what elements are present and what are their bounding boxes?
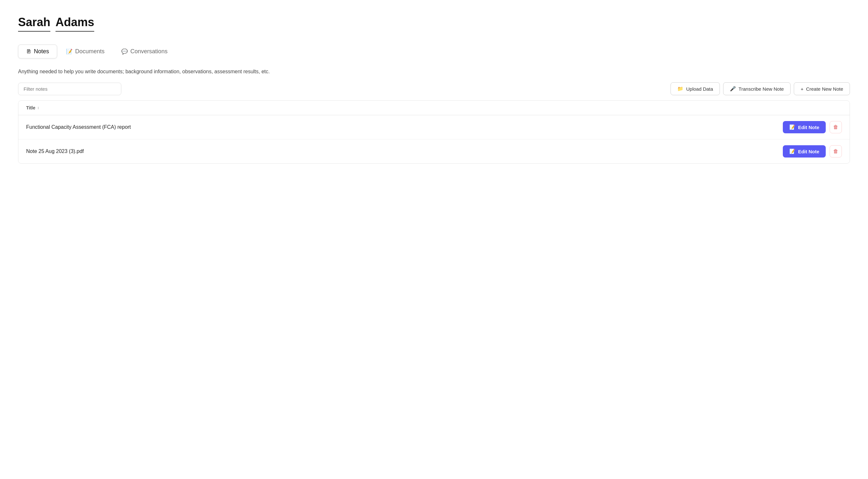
microphone-icon: 🎤: [730, 86, 736, 92]
upload-icon: 📁: [677, 86, 683, 92]
notes-table: Title ↕ Functional Capacity Assessment (…: [18, 100, 850, 163]
tab-notes[interactable]: 🖹 Notes: [18, 44, 57, 58]
delete-note-button-2[interactable]: 🗑: [830, 145, 842, 157]
notes-tab-icon: 🖹: [26, 49, 31, 55]
row-title: Note 25 Aug 2023 (3).pdf: [26, 148, 783, 154]
row-title: Functional Capacity Assessment (FCA) rep…: [26, 124, 783, 130]
create-note-button[interactable]: + Create New Note: [794, 82, 850, 95]
filter-input[interactable]: [18, 83, 121, 95]
toolbar: 📁 Upload Data 🎤 Transcribe New Note + Cr…: [18, 82, 850, 95]
table-row: Functional Capacity Assessment (FCA) rep…: [19, 115, 849, 140]
page-header: Sarah Adams: [18, 16, 850, 32]
edit-label-2: Edit Note: [798, 149, 819, 154]
title-column-header: Title ↕: [26, 105, 39, 110]
row-actions: 📝 Edit Note 🗑: [783, 121, 842, 133]
conversations-tab-label: Conversations: [130, 48, 167, 55]
tabs-row: 🖹 Notes 📝 Documents 💬 Conversations: [18, 44, 850, 58]
title-label: Title: [26, 105, 35, 110]
documents-tab-icon: 📝: [66, 49, 72, 55]
notes-tab-label: Notes: [34, 48, 49, 55]
table-header-row: Title ↕: [19, 101, 849, 115]
row-actions: 📝 Edit Note 🗑: [783, 145, 842, 157]
table-row: Note 25 Aug 2023 (3).pdf 📝 Edit Note 🗑: [19, 140, 849, 163]
edit-icon-2: 📝: [789, 148, 796, 154]
last-name: Adams: [56, 16, 94, 32]
edit-label-1: Edit Note: [798, 125, 819, 130]
first-name: Sarah: [18, 16, 50, 32]
tab-conversations[interactable]: 💬 Conversations: [114, 44, 175, 58]
transcribe-label: Transcribe New Note: [739, 86, 784, 92]
action-buttons: 📁 Upload Data 🎤 Transcribe New Note + Cr…: [671, 82, 850, 95]
upload-label: Upload Data: [686, 86, 713, 92]
documents-tab-label: Documents: [75, 48, 104, 55]
tab-documents[interactable]: 📝 Documents: [58, 44, 112, 58]
upload-data-button[interactable]: 📁 Upload Data: [671, 82, 719, 95]
plus-icon: +: [801, 86, 803, 92]
edit-note-button-2[interactable]: 📝 Edit Note: [783, 145, 826, 157]
transcribe-note-button[interactable]: 🎤 Transcribe New Note: [723, 82, 790, 95]
create-label: Create New Note: [806, 86, 843, 92]
edit-icon-1: 📝: [789, 124, 796, 130]
conversations-tab-icon: 💬: [121, 49, 128, 55]
page-description: Anything needed to help you write docume…: [18, 69, 850, 74]
trash-icon-1: 🗑: [833, 124, 838, 130]
trash-icon-2: 🗑: [833, 148, 838, 154]
delete-note-button-1[interactable]: 🗑: [830, 121, 842, 133]
sort-icon: ↕: [37, 106, 39, 110]
edit-note-button-1[interactable]: 📝 Edit Note: [783, 121, 826, 133]
